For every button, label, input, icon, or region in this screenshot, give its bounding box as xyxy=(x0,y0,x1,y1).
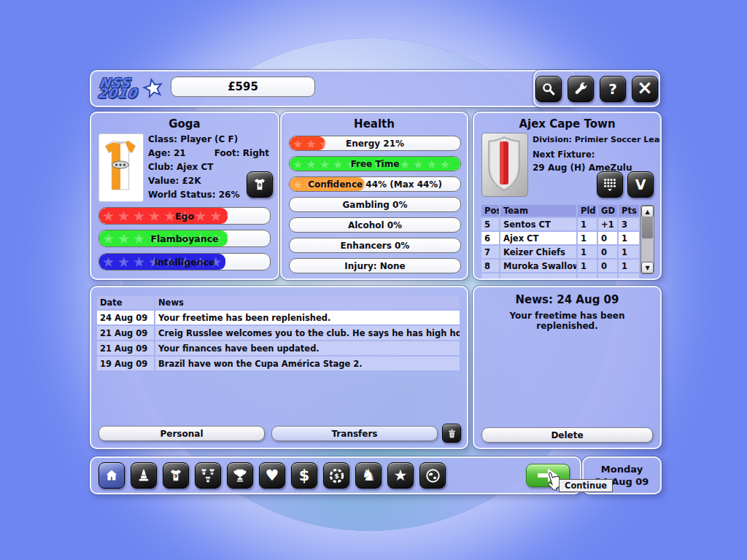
stat-label: Flamboyance xyxy=(99,233,270,244)
delete-button[interactable]: Delete xyxy=(481,427,653,443)
column-header: Team xyxy=(500,205,576,217)
club-badge xyxy=(481,133,528,197)
table-cell-highlighted: 1 xyxy=(578,232,597,244)
health-panel: Health ★★★★★★★★★★★★ Energy 21% ★★★★★★★★★… xyxy=(280,112,468,280)
club-name: Ajex Cape Town xyxy=(474,117,660,131)
nav-icons-group: 9 7 8 9 ♥ $ xyxy=(98,462,446,489)
arrow-up-icon: ▲ xyxy=(645,209,649,215)
formation-button[interactable] xyxy=(597,171,623,198)
table-cell: 1 xyxy=(619,260,639,272)
column-header: Date xyxy=(97,296,154,309)
table-scrollbar[interactable]: ▲ ▼ xyxy=(640,205,654,274)
help-icon: ? xyxy=(608,82,617,96)
nav-squad-button[interactable]: 7 8 9 xyxy=(195,462,221,489)
wrench-icon xyxy=(573,81,589,97)
health-label: Enhancers 0% xyxy=(290,241,460,251)
search-button[interactable] xyxy=(535,76,562,102)
health-bar-energy: ★★★★★★★★★★★★ Energy 21% xyxy=(289,136,461,151)
player-foot: Foot: Right xyxy=(214,148,269,158)
news-panel: Date News 24 Aug 09 Your freetime has be… xyxy=(90,286,468,449)
player-age: Age: 21 xyxy=(148,148,186,158)
nav-world-button[interactable] xyxy=(419,462,446,489)
squad-shirts-icon: 7 8 9 xyxy=(199,467,217,484)
table-cell: 7 xyxy=(481,246,499,258)
stat-bar-intelligence: ★★★★★★★★★★★★ Intelligence xyxy=(98,253,271,271)
scroll-down-button[interactable]: ▼ xyxy=(641,262,654,273)
tab-personal[interactable]: Personal xyxy=(98,426,265,441)
nav-skills-button[interactable]: ★ xyxy=(387,462,414,489)
table-cell: 8 xyxy=(481,260,499,272)
table-cell-highlighted: 1 xyxy=(619,232,639,244)
horse-icon: ♞ xyxy=(361,467,376,483)
stat-bar-ego: ★★★★★★★★★★★★ Ego xyxy=(98,207,271,225)
nav-shirt-button[interactable]: 9 xyxy=(163,462,189,489)
v-icon: V xyxy=(635,178,646,192)
settings-button[interactable] xyxy=(568,76,594,102)
nav-lifestyle-button[interactable]: ♥ xyxy=(259,462,285,489)
svg-text:9: 9 xyxy=(207,478,209,481)
health-bar-injury: Injury: None xyxy=(289,258,461,273)
help-button[interactable]: ? xyxy=(600,76,626,102)
player-club: Club: Ajex CT xyxy=(148,162,274,172)
news-row-text[interactable]: Your freetime has been replenished. xyxy=(155,311,460,324)
nav-training-button[interactable] xyxy=(131,462,157,489)
tab-label: Personal xyxy=(160,429,204,439)
player-panel: Goga Class: Player (C F) Age: 21 Foot: R… xyxy=(90,112,279,280)
club-division: Division: Primier Soccer League xyxy=(533,135,662,144)
close-icon: × xyxy=(637,78,653,97)
tooltip-label: Continue xyxy=(565,481,607,491)
table-cell: 5 xyxy=(481,218,499,230)
column-header: Pos xyxy=(481,205,499,217)
nav-casino-button[interactable]: $ xyxy=(323,462,349,489)
table-cell: Keizer Chiefs xyxy=(500,246,576,258)
heart-icon: ♥ xyxy=(266,468,279,483)
table-cell-highlighted: 6 xyxy=(481,232,499,244)
column-header: Pts xyxy=(619,205,639,217)
app-logo: NSS 2010 xyxy=(98,77,164,99)
top-bar: NSS 2010 £595 xyxy=(90,70,576,107)
delete-news-button[interactable] xyxy=(442,424,461,443)
news-detail-title: News: 24 Aug 09 xyxy=(474,293,660,306)
nav-home-button[interactable] xyxy=(98,462,125,489)
svg-text:9: 9 xyxy=(174,473,178,479)
health-label: Gambling 0% xyxy=(290,200,460,210)
svg-text:8: 8 xyxy=(211,470,213,474)
table-cell: 0 xyxy=(598,246,617,258)
scroll-up-button[interactable]: ▲ xyxy=(641,206,654,217)
news-row-date[interactable]: 21 Aug 09 xyxy=(97,341,154,355)
view-button[interactable]: V xyxy=(627,171,654,198)
nav-bar: 9 7 8 9 ♥ $ xyxy=(90,456,581,494)
news-row-text[interactable]: Creig Russlee welcomes you to the club. … xyxy=(155,326,460,340)
tab-transfers[interactable]: Transfers xyxy=(271,426,438,441)
close-button[interactable]: × xyxy=(632,76,658,102)
news-row-date[interactable]: 24 Aug 09 xyxy=(97,311,154,324)
news-row-text[interactable]: Your finances have been updated. xyxy=(155,341,460,355)
scrollbar-thumb[interactable] xyxy=(642,217,653,238)
date-day: Monday xyxy=(601,464,643,475)
casino-chip-icon: $ xyxy=(328,467,345,484)
table-cell-highlighted: 0 xyxy=(598,232,617,244)
star-icon: ★ xyxy=(394,468,408,483)
health-label: Alcohol 0% xyxy=(290,220,460,230)
money-display: £595 xyxy=(171,77,315,97)
table-cell: 1 xyxy=(578,260,597,272)
dollar-icon: $ xyxy=(299,468,310,483)
news-row-date[interactable]: 21 Aug 09 xyxy=(97,326,154,340)
nav-racing-button[interactable]: ♞ xyxy=(355,462,382,489)
table-row-partial xyxy=(500,273,576,280)
table-cell: 3 xyxy=(619,218,639,230)
svg-text:$: $ xyxy=(334,471,339,479)
logo-line2: 2010 xyxy=(97,88,138,98)
health-bar-confidence: ★★★★★★★★★★★★ Confidence 44% (Max 44%) xyxy=(289,176,461,192)
dot-grid-icon xyxy=(602,176,618,192)
news-row-text[interactable]: Brazil have won the Cupa América Stage 2… xyxy=(155,357,460,370)
player-class: Class: Player (C F) xyxy=(148,134,274,144)
kit-button[interactable]: 9 xyxy=(247,171,273,198)
column-header: Pld xyxy=(578,205,597,217)
nav-finances-button[interactable]: $ xyxy=(291,462,317,489)
player-name: Goga xyxy=(91,117,278,131)
news-row-date[interactable]: 19 Aug 09 xyxy=(97,357,154,370)
column-header: News xyxy=(155,296,460,309)
nav-trophy-button[interactable] xyxy=(227,462,253,489)
delete-label: Delete xyxy=(551,430,583,440)
